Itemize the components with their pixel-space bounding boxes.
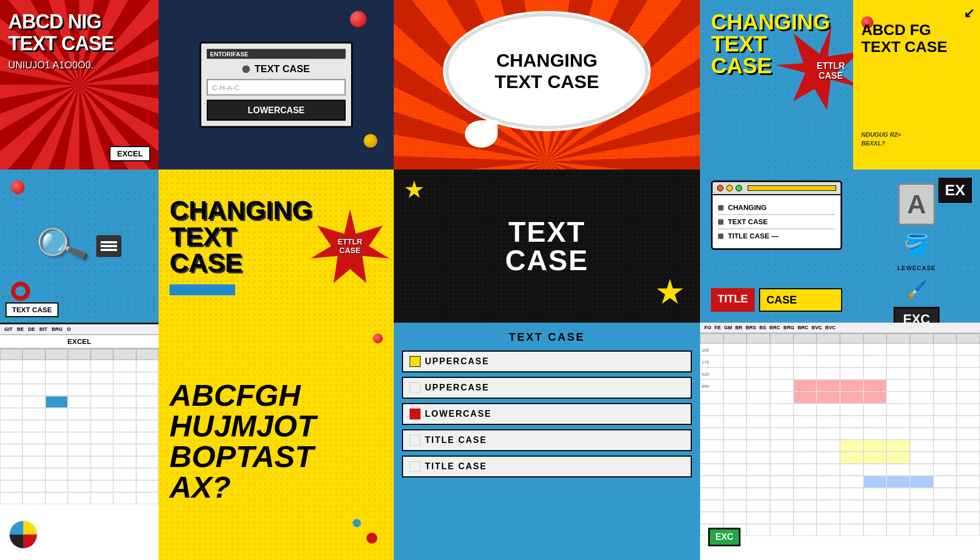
cell14-r1c10[interactable] bbox=[934, 355, 957, 368]
cell-r6c6[interactable] bbox=[136, 432, 159, 444]
cell14-r1c2[interactable] bbox=[746, 355, 770, 368]
cell14-r6c0[interactable] bbox=[700, 416, 724, 428]
cell14-r10c11[interactable] bbox=[956, 464, 980, 476]
cell-r5c2[interactable] bbox=[45, 420, 68, 432]
cell14-r3c5[interactable] bbox=[816, 380, 840, 392]
cell14-r7c3[interactable] bbox=[770, 428, 794, 440]
cell14-r3c1[interactable] bbox=[724, 380, 747, 392]
cell14-r11c3[interactable] bbox=[770, 476, 794, 488]
cell-r11c6[interactable] bbox=[136, 492, 159, 504]
cell-r0c1[interactable] bbox=[22, 360, 45, 372]
cell14-r0c5[interactable] bbox=[816, 343, 840, 355]
cell14-r13c1[interactable] bbox=[724, 500, 747, 512]
cell-r7c5[interactable] bbox=[113, 444, 136, 456]
cell14-r3c11[interactable] bbox=[956, 380, 980, 392]
cell14-r10c7[interactable] bbox=[864, 464, 887, 476]
cell14-r2c6[interactable] bbox=[840, 368, 864, 380]
toolbar-btn-5[interactable]: BRG bbox=[52, 326, 63, 332]
cell14-r3c3[interactable] bbox=[770, 380, 794, 392]
cell14-r4c0[interactable] bbox=[700, 392, 724, 404]
cell14-r13c2[interactable] bbox=[746, 500, 770, 512]
cell14-r8c3[interactable] bbox=[770, 440, 794, 452]
cell14-r7c5[interactable] bbox=[816, 428, 840, 440]
cell-r10c0[interactable] bbox=[0, 480, 22, 492]
cell14-r11c1[interactable] bbox=[724, 476, 747, 488]
cell-r6c5[interactable] bbox=[113, 432, 136, 444]
toolbar-btn-6[interactable]: O bbox=[67, 326, 71, 332]
cell14-r0c6[interactable] bbox=[840, 343, 864, 355]
cell14-r2c4[interactable] bbox=[794, 368, 817, 380]
cell14-r2c8[interactable] bbox=[886, 368, 910, 380]
cell-r11c3[interactable] bbox=[68, 492, 90, 504]
cell-r8c3[interactable] bbox=[68, 456, 90, 468]
cell14-r5c5[interactable] bbox=[816, 404, 840, 416]
cell14-r2c10[interactable] bbox=[934, 368, 957, 380]
cell14-r10c2[interactable] bbox=[746, 464, 770, 476]
cell14-r2c9[interactable] bbox=[910, 368, 934, 380]
cell-r2c3[interactable] bbox=[68, 384, 90, 396]
cell-r1c4[interactable] bbox=[91, 372, 113, 384]
cell-r3c4[interactable] bbox=[91, 396, 113, 408]
cell14-r9c1[interactable] bbox=[724, 452, 747, 464]
cell14-r14c11[interactable] bbox=[956, 512, 980, 524]
cell14-r8c0[interactable] bbox=[700, 440, 724, 452]
cell-r5c5[interactable] bbox=[113, 420, 136, 432]
menu-row-2[interactable]: UPPERCASE bbox=[402, 377, 692, 399]
cell14-r6c7[interactable] bbox=[864, 416, 887, 428]
cell-r6c1[interactable] bbox=[22, 432, 45, 444]
cell14-r8c10[interactable] bbox=[934, 440, 957, 452]
cell14-r2c11[interactable] bbox=[956, 368, 980, 380]
cell14-r15c6[interactable] bbox=[840, 524, 864, 536]
cell14-r11c6[interactable] bbox=[840, 476, 864, 488]
cell-r3c1[interactable] bbox=[22, 396, 45, 408]
cell14-r7c7[interactable] bbox=[864, 428, 887, 440]
cell14-r11c7[interactable] bbox=[864, 476, 887, 488]
cell-r7c6[interactable] bbox=[136, 444, 159, 456]
cell14-r6c2[interactable] bbox=[746, 416, 770, 428]
cell14-r10c10[interactable] bbox=[934, 464, 957, 476]
tb-1[interactable]: FO bbox=[704, 325, 711, 330]
cell-r8c4[interactable] bbox=[91, 456, 113, 468]
cell14-r9c3[interactable] bbox=[770, 452, 794, 464]
tb-6[interactable]: BS bbox=[760, 325, 767, 330]
cell-r2c4[interactable] bbox=[91, 384, 113, 396]
cell-r1c5[interactable] bbox=[113, 372, 136, 384]
cell14-r5c1[interactable] bbox=[724, 404, 747, 416]
cell-r10c3[interactable] bbox=[68, 480, 90, 492]
cell-r9c0[interactable] bbox=[0, 468, 22, 480]
cell14-r8c1[interactable] bbox=[724, 440, 747, 452]
cell14-r1c8[interactable] bbox=[886, 355, 910, 368]
cell14-r11c11[interactable] bbox=[956, 476, 980, 488]
cell14-r3c8[interactable] bbox=[886, 380, 910, 392]
title-badge-case[interactable]: CASE bbox=[759, 288, 842, 312]
cell14-r2c2[interactable] bbox=[746, 368, 770, 380]
cell14-r1c9[interactable] bbox=[910, 355, 934, 368]
cell14-r3c10[interactable] bbox=[934, 380, 957, 392]
tb-4[interactable]: BR bbox=[736, 325, 743, 330]
cell-r8c0[interactable] bbox=[0, 456, 22, 468]
cell-r7c1[interactable] bbox=[22, 444, 45, 456]
cell-r10c1[interactable] bbox=[22, 480, 45, 492]
cell14-r10c5[interactable] bbox=[816, 464, 840, 476]
menu-row-1[interactable]: UPPERCASE bbox=[402, 351, 692, 372]
cell14-r14c1[interactable] bbox=[724, 512, 747, 524]
cell14-r11c9[interactable] bbox=[910, 476, 934, 488]
cell-r0c2[interactable] bbox=[45, 360, 68, 372]
cell14-r11c10[interactable] bbox=[934, 476, 957, 488]
cell14-r1c4[interactable] bbox=[794, 355, 817, 368]
cell14-r10c9[interactable] bbox=[910, 464, 934, 476]
cell14-r6c5[interactable] bbox=[816, 416, 840, 428]
cell14-r8c9[interactable] bbox=[910, 440, 934, 452]
cell14-r9c2[interactable] bbox=[746, 452, 770, 464]
cell-r9c5[interactable] bbox=[113, 468, 136, 480]
cell14-r10c8[interactable] bbox=[886, 464, 910, 476]
cell14-r0c11[interactable] bbox=[956, 343, 980, 355]
cell14-r6c9[interactable] bbox=[910, 416, 934, 428]
cell14-r12c3[interactable] bbox=[770, 488, 794, 500]
cell14-r12c4[interactable] bbox=[794, 488, 817, 500]
cell14-r1c5[interactable] bbox=[816, 355, 840, 368]
cell-r6c4[interactable] bbox=[91, 432, 113, 444]
cell-r0c4[interactable] bbox=[91, 360, 113, 372]
cell14-r7c2[interactable] bbox=[746, 428, 770, 440]
cell14-r0c10[interactable] bbox=[934, 343, 957, 355]
